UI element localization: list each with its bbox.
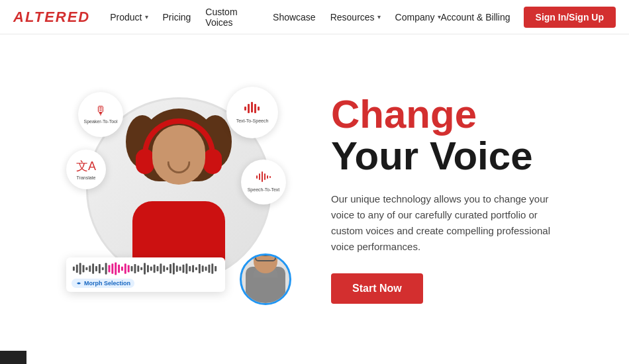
- man-glasses: [255, 255, 276, 261]
- svg-rect-18: [95, 266, 97, 271]
- svg-rect-0: [244, 107, 246, 111]
- badge-speech-label: Speech-To-Text: [248, 187, 280, 193]
- svg-rect-10: [269, 176, 271, 178]
- svg-rect-14: [83, 265, 85, 273]
- speaker-icon: 🎙: [95, 104, 107, 118]
- hero-heading-change: Change: [331, 95, 589, 134]
- hero-section: 🎙 Speaker-To-Tool 文A Translate Text-To-S…: [0, 34, 629, 364]
- svg-rect-48: [192, 265, 194, 273]
- svg-rect-15: [85, 267, 87, 271]
- nav-resources[interactable]: Resources ▾: [330, 12, 381, 23]
- navbar: ALTERED Product ▾ Pricing Custom Voices …: [0, 0, 629, 34]
- svg-rect-49: [195, 267, 197, 271]
- svg-rect-34: [147, 265, 149, 273]
- svg-rect-53: [208, 265, 210, 273]
- svg-rect-38: [160, 263, 162, 274]
- svg-rect-31: [137, 265, 139, 271]
- signin-button[interactable]: Sign In/Sign Up: [524, 7, 616, 28]
- svg-rect-28: [128, 265, 130, 273]
- svg-rect-20: [102, 267, 104, 271]
- svg-rect-4: [258, 107, 260, 111]
- badge-translate-label: Translate: [77, 175, 96, 181]
- hero-content: Change Your Voice Our unique technology …: [305, 95, 589, 304]
- svg-rect-33: [144, 263, 146, 274]
- hero-heading-voice: Your Voice: [331, 134, 589, 178]
- speech-icon: [256, 171, 271, 186]
- woman-face: [152, 125, 205, 185]
- nav-company[interactable]: Company ▾: [395, 12, 441, 23]
- svg-rect-12: [76, 265, 78, 273]
- bottom-bar: [0, 351, 26, 364]
- svg-rect-46: [185, 263, 187, 274]
- svg-rect-2: [251, 102, 253, 113]
- resources-chevron-icon: ▾: [377, 13, 381, 21]
- nav-showcase[interactable]: Showcase: [273, 12, 316, 23]
- woman-smile: [168, 161, 191, 173]
- morph-icon: [75, 280, 82, 287]
- svg-rect-21: [105, 263, 107, 274]
- badge-speech: Speech-To-Text: [241, 159, 286, 205]
- svg-rect-44: [179, 267, 181, 271]
- svg-rect-50: [199, 264, 201, 273]
- svg-rect-42: [173, 263, 175, 274]
- logo: ALTERED: [13, 9, 90, 26]
- woman-figure: [106, 109, 252, 281]
- svg-rect-45: [183, 265, 185, 273]
- svg-rect-7: [262, 171, 263, 182]
- translate-icon: 文A: [76, 158, 96, 174]
- svg-rect-41: [169, 264, 171, 273]
- nav-right: Account & Billing Sign In/Sign Up: [441, 7, 616, 28]
- svg-rect-3: [254, 104, 256, 113]
- badge-tts: Text-To-Speech: [226, 87, 278, 138]
- svg-rect-22: [109, 265, 111, 273]
- waveform-visualization: [72, 261, 220, 276]
- badge-speaker-label: Speaker-To-Tool: [84, 119, 118, 124]
- svg-rect-36: [154, 265, 156, 273]
- svg-rect-52: [205, 267, 207, 271]
- nav-custom-voices[interactable]: Custom Voices: [205, 7, 258, 28]
- svg-rect-17: [92, 263, 94, 274]
- svg-rect-1: [248, 104, 250, 113]
- svg-rect-37: [157, 266, 159, 271]
- nav-links: Product ▾ Pricing Custom Voices Showcase…: [110, 7, 440, 28]
- svg-rect-35: [150, 267, 152, 271]
- headphone-right: [203, 149, 222, 174]
- svg-rect-24: [115, 263, 117, 275]
- svg-rect-19: [99, 264, 101, 273]
- tts-icon: [243, 101, 262, 117]
- badge-speaker: 🎙 Speaker-To-Tool: [78, 92, 123, 137]
- waveform-bar: Morph Selection: [66, 257, 225, 292]
- svg-rect-13: [79, 263, 81, 274]
- svg-rect-9: [267, 175, 268, 179]
- svg-rect-23: [111, 263, 113, 274]
- headphone-left: [136, 149, 154, 174]
- svg-rect-26: [121, 267, 123, 271]
- svg-rect-54: [211, 263, 213, 274]
- svg-rect-6: [259, 173, 260, 180]
- svg-rect-27: [124, 263, 126, 274]
- svg-rect-47: [189, 266, 191, 271]
- nav-product[interactable]: Product ▾: [110, 12, 148, 23]
- svg-rect-32: [140, 267, 142, 271]
- svg-rect-11: [73, 267, 75, 271]
- nav-pricing[interactable]: Pricing: [163, 12, 191, 23]
- morph-selection-badge: Morph Selection: [72, 279, 134, 288]
- product-chevron-icon: ▾: [145, 13, 148, 21]
- start-now-button[interactable]: Start Now: [331, 273, 423, 304]
- svg-rect-8: [264, 173, 266, 180]
- svg-rect-43: [176, 265, 178, 271]
- badge-translate: 文A Translate: [66, 150, 106, 189]
- svg-rect-55: [215, 266, 217, 271]
- svg-rect-25: [118, 265, 120, 273]
- badge-tts-label: Text-To-Speech: [236, 118, 269, 124]
- svg-rect-40: [166, 267, 168, 271]
- man-body: [246, 267, 285, 303]
- morph-label: Morph Selection: [72, 279, 220, 288]
- svg-rect-39: [163, 265, 165, 271]
- hero-illustration: 🎙 Speaker-To-Tool 文A Translate Text-To-S…: [53, 60, 305, 338]
- svg-rect-29: [131, 266, 133, 271]
- hero-description: Our unique technology allows you to chan…: [331, 191, 569, 255]
- svg-rect-5: [256, 175, 258, 179]
- svg-rect-51: [202, 265, 204, 271]
- account-billing-link[interactable]: Account & Billing: [441, 12, 510, 23]
